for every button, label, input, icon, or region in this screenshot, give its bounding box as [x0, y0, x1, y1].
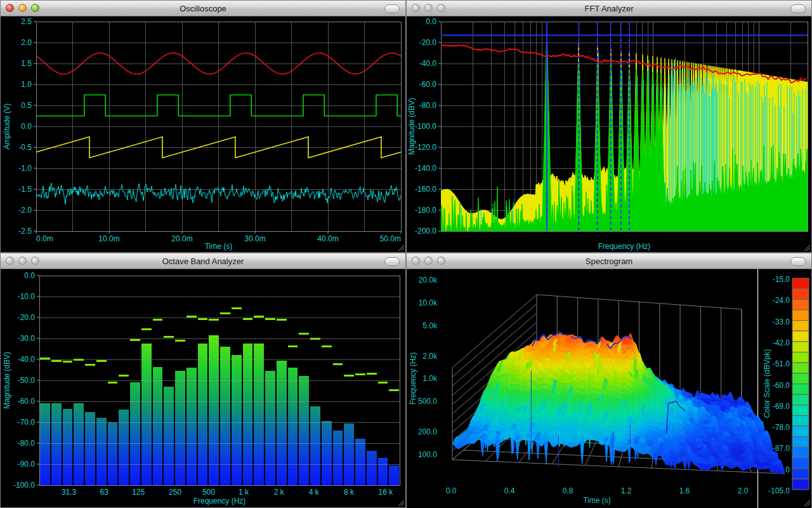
svg-text:-1.0: -1.0: [18, 164, 32, 173]
octave-band-plot: 0.0-10.0-20.0-30.0-40.0-50.0-60.0-70.0-8…: [1, 269, 405, 508]
window-oscilloscope: Oscilloscope 2.52.01.51.00.50.0-0.5-1.0-…: [0, 0, 406, 253]
svg-text:2 k: 2 k: [274, 488, 285, 497]
svg-text:Frequency (Hz): Frequency (Hz): [193, 497, 246, 505]
titlebar-octave[interactable]: Octave Band Analyzer: [1, 253, 405, 269]
minimize-button[interactable]: [18, 4, 27, 12]
svg-text:-70.0: -70.0: [18, 418, 36, 427]
svg-text:-10.0: -10.0: [18, 292, 36, 301]
svg-text:500: 500: [202, 488, 215, 497]
collapse-button[interactable]: [384, 257, 400, 266]
minimize-button[interactable]: [424, 4, 433, 12]
svg-text:Time (s): Time (s): [205, 242, 233, 251]
svg-text:50.0m: 50.0m: [380, 234, 401, 243]
svg-text:-40.0: -40.0: [419, 59, 437, 68]
svg-text:20.0m: 20.0m: [171, 234, 192, 243]
window-fft-analyzer: FFT Analyzer 0.0-20.0-40.0-60.0-80.0-100…: [406, 0, 812, 253]
svg-text:-100.0: -100.0: [415, 122, 436, 131]
svg-text:250: 250: [169, 488, 181, 497]
svg-text:1 k: 1 k: [239, 488, 249, 497]
resize-grip[interactable]: [802, 498, 811, 507]
svg-text:-30.0: -30.0: [18, 334, 36, 343]
zoom-button[interactable]: [31, 4, 39, 12]
traffic-lights: [412, 257, 445, 265]
collapse-button[interactable]: [790, 257, 806, 266]
svg-text:-160.0: -160.0: [415, 185, 436, 194]
svg-text:0.0: 0.0: [21, 122, 32, 131]
svg-text:2.5: 2.5: [21, 17, 32, 26]
window-title: Octave Band Analyzer: [162, 257, 244, 266]
svg-text:30.0m: 30.0m: [244, 234, 265, 243]
resize-grip[interactable]: [802, 243, 811, 251]
svg-text:1.0: 1.0: [21, 80, 32, 89]
svg-text:0.0: 0.0: [24, 271, 35, 280]
svg-text:-2.0: -2.0: [18, 206, 32, 215]
svg-text:16 k: 16 k: [379, 488, 394, 497]
svg-text:4 k: 4 k: [309, 488, 320, 497]
desktop: Oscilloscope 2.52.01.51.00.50.0-0.5-1.0-…: [0, 0, 812, 508]
close-button[interactable]: [412, 257, 420, 265]
zoom-button[interactable]: [437, 257, 445, 265]
titlebar-oscilloscope[interactable]: Oscilloscope: [1, 1, 405, 17]
close-button[interactable]: [6, 257, 14, 265]
svg-text:125: 125: [132, 488, 145, 497]
svg-text:2.0: 2.0: [21, 38, 32, 47]
minimize-button[interactable]: [18, 257, 27, 265]
titlebar-spectrogram[interactable]: Spectrogram: [407, 253, 811, 269]
spectrogram-plot: [407, 269, 811, 508]
svg-text:-200.0: -200.0: [415, 227, 436, 236]
svg-text:-0.5: -0.5: [18, 143, 32, 152]
svg-text:-20.0: -20.0: [18, 313, 36, 322]
collapse-button[interactable]: [790, 4, 806, 13]
minimize-button[interactable]: [424, 257, 433, 265]
oscilloscope-plot: 2.52.01.51.00.50.0-0.5-1.0-1.5-2.0-2.50.…: [1, 17, 405, 253]
svg-text:-140.0: -140.0: [415, 164, 436, 173]
svg-text:Frequency (Hz): Frequency (Hz): [598, 242, 651, 251]
svg-text:Amplitude (V): Amplitude (V): [3, 104, 11, 150]
svg-text:10.0m: 10.0m: [98, 234, 119, 243]
traffic-lights: [6, 4, 39, 12]
svg-text:0.0: 0.0: [426, 17, 436, 26]
svg-text:-1.5: -1.5: [18, 185, 32, 194]
window-spectrogram: Spectrogram: [406, 253, 812, 508]
window-title: Spectrogram: [586, 257, 632, 266]
window-title: Oscilloscope: [180, 4, 226, 13]
traffic-lights: [412, 4, 445, 12]
close-button[interactable]: [6, 4, 14, 12]
svg-text:63: 63: [100, 488, 109, 497]
svg-text:0.0m: 0.0m: [36, 234, 53, 243]
svg-text:-50.0: -50.0: [18, 376, 36, 385]
svg-text:0.5: 0.5: [21, 101, 32, 110]
svg-text:-100.0: -100.0: [13, 481, 35, 490]
close-button[interactable]: [412, 4, 420, 12]
resize-grip[interactable]: [396, 498, 405, 507]
zoom-button[interactable]: [437, 4, 445, 12]
svg-text:-80.0: -80.0: [18, 439, 36, 448]
collapse-button[interactable]: [384, 4, 400, 13]
svg-text:40.0m: 40.0m: [317, 234, 338, 243]
svg-text:-20.0: -20.0: [419, 38, 437, 47]
titlebar-fft[interactable]: FFT Analyzer: [407, 1, 811, 17]
zoom-button[interactable]: [31, 257, 39, 265]
svg-text:-180.0: -180.0: [415, 206, 436, 215]
svg-text:8 k: 8 k: [344, 488, 355, 497]
svg-text:-60.0: -60.0: [419, 80, 437, 89]
window-title: FFT Analyzer: [584, 4, 633, 13]
fft-plot: 0.0-20.0-40.0-60.0-80.0-100.0-120.0-140.…: [407, 17, 811, 253]
svg-text:-2.5: -2.5: [18, 227, 32, 236]
svg-text:-80.0: -80.0: [419, 101, 437, 110]
svg-text:1.5: 1.5: [21, 59, 32, 68]
svg-text:-40.0: -40.0: [18, 355, 36, 364]
svg-text:Magnitude (dBV): Magnitude (dBV): [407, 98, 416, 155]
window-octave-band: Octave Band Analyzer 0.0-10.0-20.0-30.0-…: [0, 253, 406, 508]
svg-text:Magnitude (dBV): Magnitude (dBV): [3, 352, 11, 409]
svg-text:-120.0: -120.0: [415, 143, 436, 152]
svg-text:-60.0: -60.0: [18, 397, 36, 406]
resize-grip[interactable]: [396, 243, 405, 251]
svg-text:31.3: 31.3: [62, 488, 77, 497]
svg-text:-90.0: -90.0: [18, 460, 36, 469]
traffic-lights: [6, 257, 39, 265]
